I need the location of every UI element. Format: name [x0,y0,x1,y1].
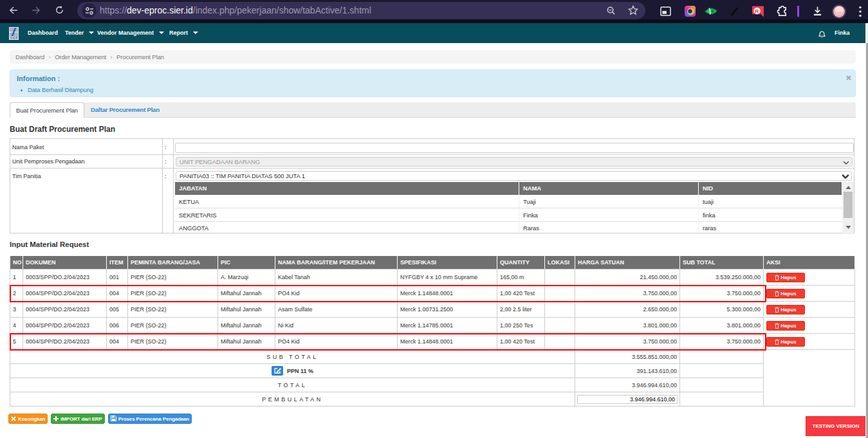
svg-text:R: R [755,8,759,15]
svg-text:SIER: SIER [10,37,19,40]
